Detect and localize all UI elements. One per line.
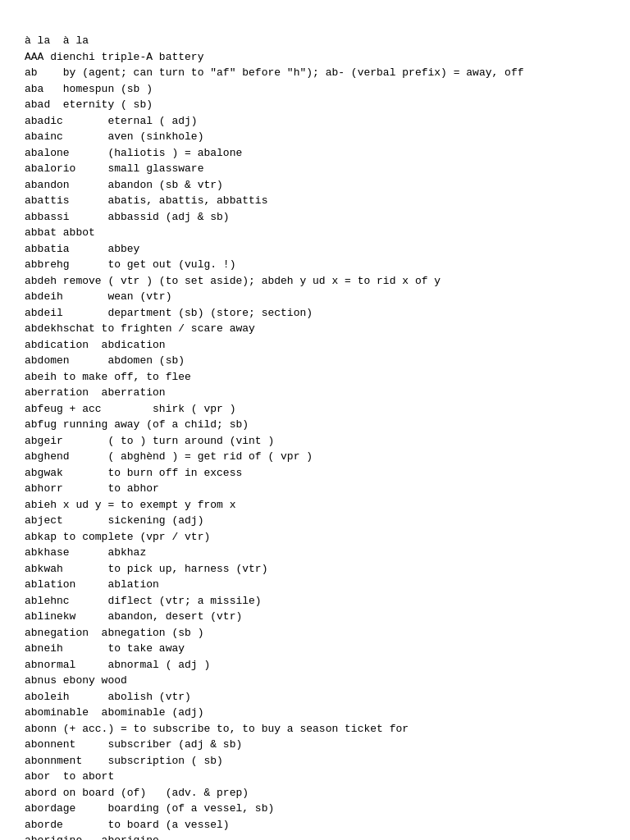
dictionary-text: à la à la AAA dienchi triple-A battery a…: [25, 33, 605, 840]
